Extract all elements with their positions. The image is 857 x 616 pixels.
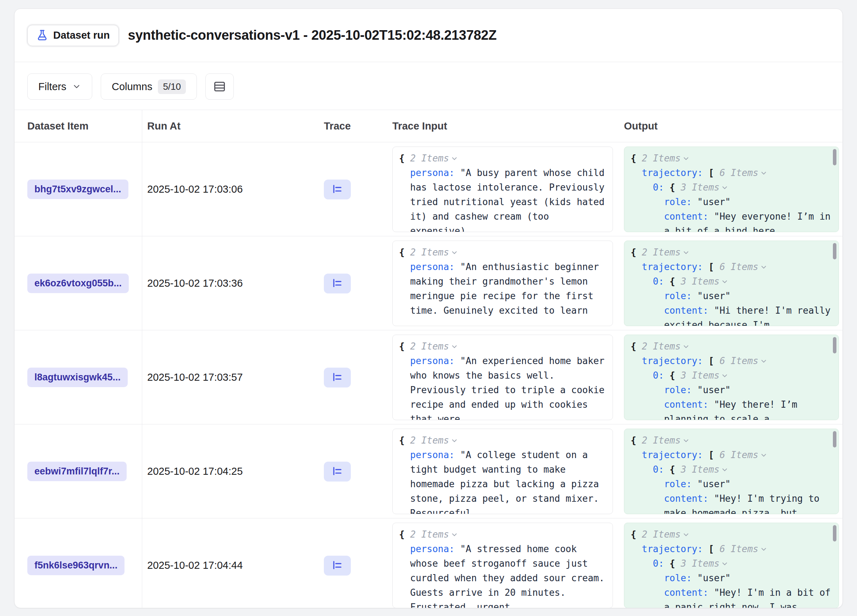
items-count-label: 3 Items (681, 558, 720, 569)
json-line: { 2 Items (631, 151, 832, 166)
items-collapse-toggle[interactable]: 3 Items (681, 464, 729, 475)
json-key: content: (664, 587, 708, 598)
table-body: bhg7t5xv9zgwcel... 2025-10-02 17:03:06 {… (14, 142, 843, 608)
output-json[interactable]: { 2 Itemstrajectory: [ 6 Items0: { 3 Ite… (624, 241, 839, 326)
json-brace: { (399, 341, 405, 351)
items-count-label: 2 Items (410, 153, 449, 164)
trace-input-cell: { 2 Itemspersona: "A college student on … (387, 424, 619, 518)
json-line: content: "Hi there! I'm really excited b… (631, 303, 832, 326)
items-collapse-toggle[interactable]: 3 Items (681, 558, 729, 569)
run-at-cell: 2025-10-02 17:03:57 (142, 330, 320, 424)
trace-button[interactable] (324, 274, 351, 294)
json-line: 0: { 3 Items (631, 462, 832, 477)
json-key: role: (664, 291, 692, 301)
json-string: "user" (698, 197, 731, 207)
items-collapse-toggle[interactable]: 2 Items (410, 153, 458, 164)
columns-button[interactable]: Columns 5/10 (101, 73, 197, 100)
chevron-down-icon (760, 545, 767, 553)
items-count-label: 6 Items (719, 356, 758, 366)
table-row: ek6oz6vtoxg055b... 2025-10-02 17:03:36 {… (14, 236, 843, 330)
trace-tree-icon (331, 466, 343, 478)
scrollbar-thumb[interactable] (833, 431, 837, 447)
json-key: role: (664, 197, 692, 207)
trace-button[interactable] (324, 462, 351, 481)
chevron-down-icon (682, 437, 690, 444)
scrollbar-thumb[interactable] (833, 525, 837, 542)
dataset-item-badge[interactable]: l8agtuwxisgwk45... (27, 368, 128, 387)
table-header-row: Dataset Item Run At Trace Trace Input Ou… (14, 110, 843, 142)
json-line: persona: "An enthusiastic beginner makin… (399, 260, 606, 318)
output-json[interactable]: { 2 Itemstrajectory: [ 6 Items0: { 3 Ite… (624, 147, 839, 232)
items-collapse-toggle[interactable]: 2 Items (642, 153, 690, 164)
dataset-item-cell: l8agtuwxisgwk45... (14, 330, 142, 424)
json-line: persona: "A college student on a tight b… (399, 448, 606, 514)
output-json[interactable]: { 2 Itemstrajectory: [ 6 Items0: { 3 Ite… (624, 334, 839, 420)
dataset-item-badge[interactable]: eebwi7mfil7lqlf7r... (27, 462, 127, 481)
scrollbar-thumb[interactable] (833, 243, 837, 259)
flask-icon (36, 29, 48, 42)
dataset-item-cell: eebwi7mfil7lqlf7r... (14, 424, 142, 518)
items-collapse-toggle[interactable]: 6 Items (719, 167, 767, 178)
items-count-label: 3 Items (681, 182, 720, 193)
json-line: content: "Hey! I'm in a bit of a panic r… (631, 585, 832, 608)
trace-input-cell: { 2 Itemspersona: "A stressed home cook … (387, 518, 619, 608)
chevron-down-icon (450, 249, 458, 257)
dataset-item-badge[interactable]: f5nk6lse963qrvn... (27, 556, 124, 575)
filters-button-label: Filters (38, 81, 67, 93)
scrollbar-thumb[interactable] (833, 149, 837, 166)
items-collapse-toggle[interactable]: 2 Items (410, 247, 458, 258)
json-brace: { (399, 435, 405, 446)
output-cell: { 2 Itemstrajectory: [ 6 Items0: { 3 Ite… (619, 330, 843, 424)
dataset-item-cell: f5nk6lse963qrvn... (14, 518, 142, 608)
json-key: persona: (410, 356, 455, 366)
json-key: content: (664, 493, 708, 504)
output-cell: { 2 Itemstrajectory: [ 6 Items0: { 3 Ite… (619, 424, 843, 518)
trace-button[interactable] (324, 180, 351, 200)
trace-button[interactable] (324, 368, 351, 387)
scrollbar-thumb[interactable] (833, 337, 837, 353)
json-line: persona: "A stressed home cook whose bee… (399, 542, 606, 608)
items-collapse-toggle[interactable]: 6 Items (719, 262, 767, 272)
row-height-button[interactable] (206, 73, 234, 100)
items-collapse-toggle[interactable]: 3 Items (681, 276, 729, 287)
output-json[interactable]: { 2 Itemstrajectory: [ 6 Items0: { 3 Ite… (624, 523, 839, 608)
trace-button[interactable] (324, 556, 351, 576)
run-at-cell: 2025-10-02 17:04:25 (142, 424, 320, 518)
trace-input-cell: { 2 Itemspersona: "An enthusiastic begin… (387, 236, 619, 330)
json-key: persona: (410, 450, 455, 460)
items-collapse-toggle[interactable]: 3 Items (681, 182, 729, 193)
items-collapse-toggle[interactable]: 2 Items (410, 435, 458, 446)
json-brace: [ (708, 450, 714, 460)
json-key: 0: (653, 370, 664, 381)
run-at-cell: 2025-10-02 17:04:44 (142, 518, 320, 608)
json-brace: { (670, 182, 675, 193)
items-collapse-toggle[interactable]: 6 Items (719, 450, 767, 460)
json-brace: { (631, 153, 636, 164)
trace-input-json[interactable]: { 2 Itemspersona: "A college student on … (392, 429, 613, 514)
items-collapse-toggle[interactable]: 2 Items (642, 247, 690, 258)
trace-input-json[interactable]: { 2 Itemspersona: "A busy parent whose c… (392, 147, 613, 232)
trace-input-json[interactable]: { 2 Itemspersona: "A stressed home cook … (392, 523, 613, 608)
json-key: trajectory: (642, 167, 703, 178)
json-brace: { (631, 435, 636, 446)
json-line: content: "Hey! I'm trying to make homema… (631, 491, 832, 514)
items-collapse-toggle[interactable]: 2 Items (410, 529, 458, 540)
json-line: role: "user" (631, 383, 832, 398)
items-count-label: 2 Items (410, 529, 449, 540)
items-collapse-toggle[interactable]: 6 Items (719, 356, 767, 366)
dataset-item-badge[interactable]: ek6oz6vtoxg055b... (27, 274, 129, 293)
output-json[interactable]: { 2 Itemstrajectory: [ 6 Items0: { 3 Ite… (624, 429, 839, 514)
items-collapse-toggle[interactable]: 2 Items (642, 435, 690, 446)
trace-input-json[interactable]: { 2 Itemspersona: "An experienced home b… (392, 334, 613, 420)
items-collapse-toggle[interactable]: 3 Items (681, 370, 729, 381)
items-collapse-toggle[interactable]: 6 Items (719, 543, 767, 554)
trace-input-json[interactable]: { 2 Itemspersona: "An enthusiastic begin… (392, 241, 613, 326)
filters-button[interactable]: Filters (27, 73, 92, 100)
trace-cell (320, 236, 387, 330)
dataset-item-badge[interactable]: bhg7t5xv9zgwcel... (27, 180, 128, 199)
json-line: 0: { 3 Items (631, 274, 832, 289)
card-header: Dataset run synthetic-conversations-v1 -… (14, 9, 843, 62)
items-collapse-toggle[interactable]: 2 Items (410, 341, 458, 351)
items-collapse-toggle[interactable]: 2 Items (642, 529, 690, 540)
items-collapse-toggle[interactable]: 2 Items (642, 341, 690, 351)
